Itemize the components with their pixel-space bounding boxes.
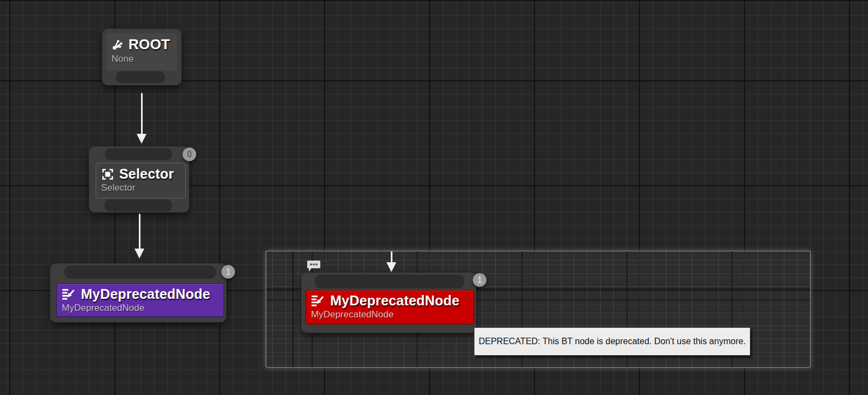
node-mydeprecatednode[interactable]: 1 MyDeprecatedNode MyDeprecatedNode (50, 263, 226, 322)
behavior-tree-graph-canvas[interactable]: ROOT None 0 Selecto (0, 0, 868, 395)
output-pin[interactable] (104, 199, 172, 211)
input-pin[interactable] (64, 266, 216, 279)
node-mydeprecatednode-preview: 1 MyDeprecatedNode (301, 273, 476, 333)
node-tooltip-panel: 1 MyDeprecatedNode (266, 251, 811, 368)
input-pin[interactable] (105, 148, 172, 160)
node-root[interactable]: ROOT None (102, 29, 181, 85)
connection-wire (141, 93, 143, 135)
wire-arrowhead-icon (134, 249, 144, 258)
deprecation-message: DEPRECATED: This BT node is deprecated. … (474, 327, 750, 356)
task-icon (62, 288, 76, 301)
node-selector-body: Selector Selector (96, 163, 186, 198)
node-subtitle: None (107, 53, 177, 64)
input-pin (315, 275, 464, 288)
connection-wire (391, 251, 392, 263)
node-title: MyDeprecatedNode (330, 293, 460, 309)
node-title: ROOT (128, 36, 170, 53)
node-mydeprecatednode-preview-body: MyDeprecatedNode MyDeprecatedNode (306, 290, 474, 325)
wire-arrowhead-icon (386, 262, 396, 272)
execution-index-badge: 0 (183, 148, 196, 161)
selector-frame-icon (101, 168, 114, 181)
execution-index-badge: 1 (473, 273, 486, 287)
connection-wire (139, 214, 140, 250)
node-subtitle: MyDeprecatedNode (57, 302, 224, 314)
comment-bubble-icon (307, 260, 321, 273)
node-subtitle: Selector (96, 182, 185, 193)
node-title: MyDeprecatedNode (81, 286, 210, 302)
task-icon (311, 294, 325, 308)
node-title: Selector (119, 166, 174, 182)
output-pin[interactable] (116, 71, 165, 83)
node-subtitle: MyDeprecatedNode (306, 309, 474, 320)
wire-arrowhead-icon (137, 134, 146, 144)
node-selector[interactable]: 0 Selector Selector (89, 146, 189, 213)
execution-index-badge: 1 (221, 265, 235, 279)
node-root-body: ROOT None (107, 33, 177, 70)
node-mydeprecatednode-body: MyDeprecatedNode MyDeprecatedNode (56, 284, 224, 317)
graph-icon (112, 39, 124, 51)
